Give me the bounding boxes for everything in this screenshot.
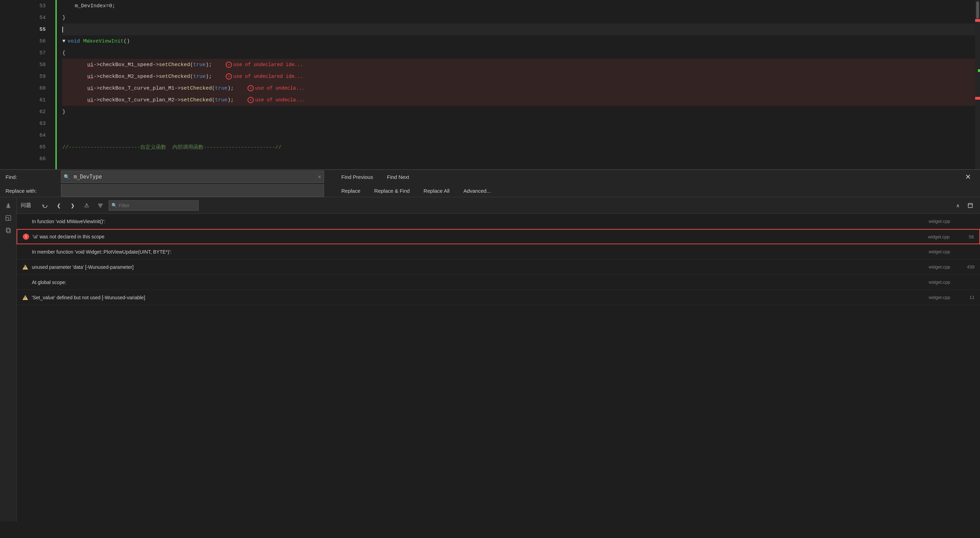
- find-next-button[interactable]: Find Next: [380, 172, 416, 182]
- code-line-58: ui->checkBox_M1_speed->setChecked(true);…: [62, 59, 980, 71]
- replace-all-button[interactable]: Replace All: [417, 186, 457, 196]
- problem-line-2: 58: [960, 234, 974, 240]
- line-59: ✕ 59: [0, 71, 50, 83]
- horizontal-scrollbar[interactable]: ◀ ▶: [0, 169, 980, 170]
- problems-maximize-icon[interactable]: [965, 200, 976, 211]
- svg-rect-2: [6, 217, 9, 221]
- problems-filter-icon[interactable]: [95, 200, 106, 211]
- h-scroll-right[interactable]: ▶: [973, 170, 980, 170]
- problem-item-2[interactable]: ! 'ui' was not declared in this scope wi…: [17, 229, 980, 244]
- line-53: 53: [0, 0, 50, 12]
- code-content[interactable]: m_DevIndex=0; } ▼ void MWaveViewInit (): [56, 0, 980, 169]
- problems-prev-icon[interactable]: ❮: [53, 200, 64, 211]
- find-search-icon: 🔍: [64, 174, 70, 180]
- line-64: 64: [0, 129, 50, 141]
- scroll-error-2: [975, 97, 980, 100]
- line-56: 56: [0, 35, 50, 47]
- find-actions: Find Previous Find Next: [334, 172, 416, 182]
- code-line-62: }: [62, 106, 980, 117]
- find-close-button[interactable]: ✕: [962, 171, 974, 183]
- find-input[interactable]: [61, 171, 324, 183]
- problems-list[interactable]: In function 'void MWaveViewInit()': widg…: [17, 214, 980, 305]
- code-line-63: [62, 117, 980, 129]
- code-line-53: m_DevIndex=0;: [62, 0, 980, 12]
- find-replace-bar: Find: 🔍 ✕ Find Previous Find Next ✕ Repl…: [0, 170, 980, 197]
- filter-input-wrapper: 🔍: [109, 200, 199, 211]
- code-line-65: //-----------------------自定义函数 内部调用函数---…: [62, 141, 980, 153]
- scrollbar-thumb[interactable]: [976, 2, 979, 19]
- sidebar-duplicate-icon[interactable]: [3, 225, 14, 236]
- problems-toolbar-right: ∧: [952, 200, 976, 211]
- code-line-54: }: [62, 12, 980, 24]
- problems-collapse-all-icon[interactable]: ∧: [952, 200, 963, 211]
- problem-text-4: unused parameter 'data' [-Wunused-parame…: [32, 264, 925, 270]
- problem-file-4: widget.cpp: [929, 264, 950, 270]
- problem-file-1: widget.cpp: [929, 219, 950, 224]
- svg-text:!: !: [25, 296, 25, 300]
- problem-warning-icon-4: !: [22, 264, 29, 270]
- find-clear-button[interactable]: ✕: [318, 173, 321, 180]
- scroll-error-1: [975, 19, 980, 22]
- code-line-66: [62, 153, 980, 165]
- replace-button[interactable]: Replace: [334, 186, 367, 196]
- problem-item-3[interactable]: In member function 'void Widget::PlotVie…: [17, 244, 980, 259]
- replace-find-button[interactable]: Replace & Find: [367, 186, 417, 196]
- problem-item-4[interactable]: ! unused parameter 'data' [-Wunused-para…: [17, 259, 980, 275]
- code-line-59: ui->checkBox_M2_speed->setChecked(true);…: [62, 71, 980, 83]
- replace-actions: Replace Replace & Find Replace All Advan…: [334, 186, 498, 196]
- problem-text-3: In member function 'void Widget::PlotVie…: [32, 249, 925, 255]
- problem-file-3: widget.cpp: [929, 249, 950, 254]
- problem-item-5[interactable]: At global scope: widget.cpp: [17, 275, 980, 290]
- problem-text-5: At global scope:: [32, 279, 925, 285]
- main-wrapper: 53 54 55 56 57 ! 58 ✕: [0, 0, 980, 521]
- problem-text-6: 'Set_value' defined but not used [-Wunus…: [32, 295, 925, 300]
- problem-text-1: In function 'void MWaveViewInit()':: [32, 219, 925, 224]
- replace-input[interactable]: [61, 184, 324, 197]
- scrollbar-area[interactable]: [975, 0, 980, 170]
- replace-row: Replace with: Replace Replace & Find Rep…: [6, 184, 974, 198]
- problem-file-5: widget.cpp: [929, 279, 950, 285]
- svg-rect-7: [968, 205, 972, 205]
- sidebar-add-panel-icon[interactable]: [3, 213, 14, 224]
- find-label: Find:: [6, 174, 61, 180]
- svg-text:!: !: [25, 266, 25, 270]
- line-numbers: 53 54 55 56 57 ! 58 ✕: [0, 0, 56, 169]
- problems-warning-icon[interactable]: ⚠: [81, 200, 92, 211]
- h-scroll-left[interactable]: ◀: [0, 170, 7, 170]
- code-line-55: [62, 24, 980, 35]
- code-line-57: {: [62, 47, 980, 59]
- line-62: 62: [0, 106, 50, 117]
- problems-sync-icon[interactable]: [40, 200, 51, 211]
- code-line-61: ui->checkBox_T_curve_plan_M2->setChecked…: [62, 94, 980, 106]
- problems-panel: 问题 ❮ ❯: [0, 197, 980, 521]
- line-58: ! 58: [0, 59, 50, 71]
- code-line-60: ui->checkBox_T_curve_plan_M1->setChecked…: [62, 83, 980, 94]
- replace-label: Replace with:: [6, 188, 61, 194]
- code-line-64: [62, 129, 980, 141]
- advanced-button[interactable]: Advanced...: [457, 186, 498, 196]
- scroll-indicator-green: [978, 69, 980, 72]
- line-63: 63: [0, 117, 50, 129]
- problem-warning-icon-6: !: [22, 294, 29, 301]
- problem-item-1[interactable]: In function 'void MWaveViewInit()': widg…: [17, 214, 980, 229]
- problem-item-6[interactable]: ! 'Set_value' defined but not used [-Wun…: [17, 290, 980, 305]
- problem-file-2: widget.cpp: [928, 234, 950, 240]
- svg-rect-0: [6, 207, 10, 208]
- editor-area: 53 54 55 56 57 ! 58 ✕: [0, 0, 980, 170]
- problem-line-4: 439: [961, 264, 974, 270]
- filter-input[interactable]: [109, 200, 199, 211]
- line-66: 66: [0, 153, 50, 165]
- find-input-wrapper: 🔍 ✕: [61, 171, 324, 183]
- find-previous-button[interactable]: Find Previous: [334, 172, 380, 182]
- svg-rect-6: [968, 203, 972, 208]
- line-54: 54: [0, 12, 50, 24]
- problems-toolbar: 问题 ❮ ❯: [17, 197, 980, 214]
- problem-line-6: 11: [961, 295, 974, 300]
- line-65: 65: [0, 141, 50, 153]
- problems-sidebar: [0, 197, 17, 521]
- problems-next-icon[interactable]: ❯: [67, 200, 78, 211]
- problem-error-icon-2: !: [23, 233, 29, 240]
- code-line-56: ▼ void MWaveViewInit (): [62, 35, 980, 47]
- sidebar-collapse-icon[interactable]: [3, 200, 14, 211]
- problem-file-6: widget.cpp: [929, 295, 950, 300]
